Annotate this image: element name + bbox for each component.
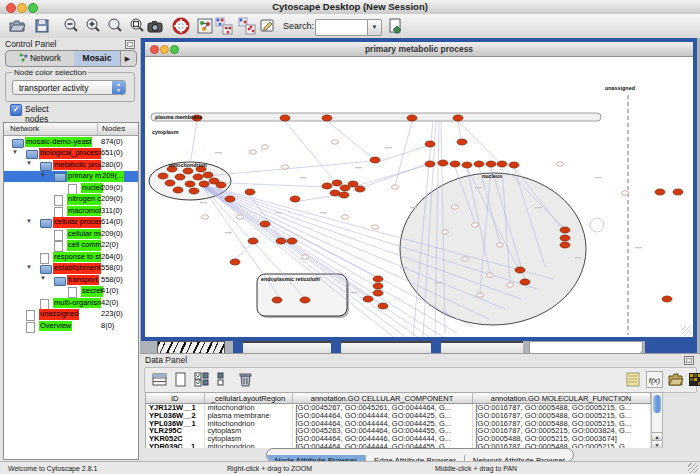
search-input[interactable] xyxy=(315,19,372,36)
network-node[interactable] xyxy=(225,196,235,202)
network-node[interactable] xyxy=(515,267,525,273)
network-node[interactable] xyxy=(290,196,300,202)
network-node[interactable] xyxy=(245,189,255,195)
table-cell[interactable]: cytoplasm xyxy=(204,435,292,443)
table-cell[interactable]: YJR121W__1 xyxy=(146,404,204,412)
table-column-header[interactable]: ID xyxy=(146,393,204,404)
network-node[interactable] xyxy=(509,162,519,168)
region-nucleus[interactable] xyxy=(400,173,586,325)
network-node[interactable] xyxy=(462,162,472,168)
network-node-unselected[interactable] xyxy=(302,255,309,259)
network-edge[interactable] xyxy=(375,145,430,163)
table-row[interactable]: YPL036W__2plasma membrane[GO:0044464, GO… xyxy=(146,412,650,420)
network-node[interactable] xyxy=(185,181,195,187)
network-node[interactable] xyxy=(655,189,665,195)
network-node[interactable] xyxy=(330,190,340,196)
network-node-unselected[interactable] xyxy=(250,150,257,154)
network-node[interactable] xyxy=(355,186,365,192)
tree-row-mosaic-demo-yeast[interactable]: mosaic-demo-yeast874(0) xyxy=(4,136,138,148)
import-attributes-icon[interactable] xyxy=(386,17,404,35)
network-node[interactable] xyxy=(203,172,213,178)
network-node[interactable] xyxy=(363,296,373,302)
network-node-unselected[interactable] xyxy=(202,215,209,219)
select-attributes-icon[interactable] xyxy=(193,371,210,388)
import-table-icon[interactable] xyxy=(667,371,684,388)
tree-row-response-to-stimulu[interactable]: response to stimulu264(0) xyxy=(4,251,138,263)
table-cell[interactable]: [GO:0045263, GO:0044464, GO:0044455, G..… xyxy=(292,427,472,435)
table-column-header[interactable]: annotation.GO CELLULAR_COMPONENT xyxy=(292,393,472,404)
network-node-unselected[interactable] xyxy=(237,215,244,219)
tree-row-cellular-process[interactable]: ▼cellular process614(0) xyxy=(4,217,138,229)
network-node[interactable] xyxy=(497,161,507,167)
table-cell[interactable]: [GO:0016787, GO:0005488, GO:0005215, G..… xyxy=(472,420,650,428)
select-nodes-checkbox[interactable]: ✓ xyxy=(10,104,22,116)
tree-expand-icon[interactable]: ▼ xyxy=(26,262,32,274)
open-file-icon[interactable] xyxy=(8,17,26,35)
table-cell[interactable]: plasma membrane xyxy=(204,412,292,420)
network-node-unselected[interactable] xyxy=(557,162,564,166)
network-node[interactable] xyxy=(173,187,183,193)
zoom-fit-icon[interactable] xyxy=(106,17,124,35)
tree-row-cellular-metabo[interactable]: cellular metabo209(0) xyxy=(4,228,138,240)
network-node[interactable] xyxy=(425,161,435,167)
tree-row-nucleobase-[interactable]: nucleobase-209(0) xyxy=(4,182,138,194)
network-node[interactable] xyxy=(662,296,672,302)
network-node-unselected[interactable] xyxy=(477,293,484,297)
tree-row-primary-metabo[interactable]: ▼primary metabo209(... xyxy=(4,171,138,183)
self-loop-edge[interactable] xyxy=(590,218,604,232)
table-column-header[interactable]: _cellularLayoutRegion xyxy=(204,393,292,404)
tree-expand-icon[interactable]: ▼ xyxy=(26,216,32,228)
table-row[interactable]: YPL036W__1mitochondrion[GO:0044464, GO:0… xyxy=(146,420,650,428)
search-dropdown-button[interactable]: ▼ xyxy=(367,19,382,36)
attribute-table[interactable]: ID_cellularLayoutRegionannotation.GO CEL… xyxy=(146,393,651,451)
network-node[interactable] xyxy=(332,180,342,186)
network-node[interactable] xyxy=(175,174,185,180)
network-node[interactable] xyxy=(276,238,286,244)
attribute-table-icon[interactable] xyxy=(151,371,168,388)
table-cell[interactable]: [GO:0016787, GO:0005488, GO:0005215, G..… xyxy=(472,412,650,420)
network-canvas[interactable]: plasma membranecytoplasmmitochondrionnuc… xyxy=(145,57,693,337)
tree-row-nitrogen-compo[interactable]: nitrogen compo209(0) xyxy=(4,194,138,206)
network-node[interactable] xyxy=(560,242,570,248)
network-node-unselected[interactable] xyxy=(472,223,479,227)
network-node[interactable] xyxy=(300,297,310,303)
title-bar[interactable]: Cytoscape Desktop (New Session) xyxy=(0,0,700,15)
network-node[interactable] xyxy=(373,283,383,289)
tree-row-metabolic-process[interactable]: ▼metabolic process280(0) xyxy=(4,159,138,171)
table-cell[interactable]: mitochondrion xyxy=(204,404,292,412)
network-node[interactable] xyxy=(673,189,683,195)
scrollbar-thumb[interactable] xyxy=(653,395,661,413)
network-node-unselected[interactable] xyxy=(622,191,629,195)
function-builder-icon[interactable]: f(x) xyxy=(646,371,663,388)
network-node[interactable] xyxy=(450,161,460,167)
network-node-unselected[interactable] xyxy=(332,140,339,144)
heatmap-icon[interactable] xyxy=(687,371,700,388)
node-color-dropdown[interactable]: transporter activity ▲▼ xyxy=(12,80,126,95)
table-cell[interactable]: [GO:0044464, GO:0044444, GO:0044425, G..… xyxy=(292,412,472,420)
network-node[interactable] xyxy=(322,115,332,121)
network-node[interactable] xyxy=(183,168,193,174)
tab-network[interactable]: Network xyxy=(6,51,75,66)
network-node[interactable] xyxy=(378,303,388,309)
table-cell[interactable]: [GO:0016787, GO:0005488, GO:0005215, G..… xyxy=(472,404,650,412)
network-node-unselected[interactable] xyxy=(452,205,459,209)
network-node[interactable] xyxy=(486,161,496,167)
network-resize-grip[interactable] xyxy=(682,326,692,336)
table-cell[interactable]: YKR052C xyxy=(146,435,204,443)
network-node[interactable] xyxy=(370,157,380,163)
network-node[interactable] xyxy=(457,139,467,145)
network-node-unselected[interactable] xyxy=(282,165,289,169)
tree-row-cell-communicat[interactable]: cell communicat22(0) xyxy=(4,240,138,252)
tree-row-establishment-of-lo[interactable]: ▼establishment of lo558(0) xyxy=(4,263,138,275)
table-cell[interactable]: YPL036W__2 xyxy=(146,412,204,420)
tree-row-overview[interactable]: Overview8(0) xyxy=(4,320,138,332)
network-node[interactable] xyxy=(339,192,349,198)
network-node[interactable] xyxy=(560,235,570,241)
tree-expand-icon[interactable]: ▼ xyxy=(12,147,18,159)
network-node[interactable] xyxy=(438,160,448,166)
network-node-unselected[interactable] xyxy=(342,215,349,219)
zoom-selected-icon[interactable] xyxy=(128,17,146,35)
network-node[interactable] xyxy=(193,174,203,180)
network-node[interactable] xyxy=(158,173,168,179)
table-cell[interactable]: [GO:0045267, GO:0045261, GO:0044464, G..… xyxy=(292,404,472,412)
